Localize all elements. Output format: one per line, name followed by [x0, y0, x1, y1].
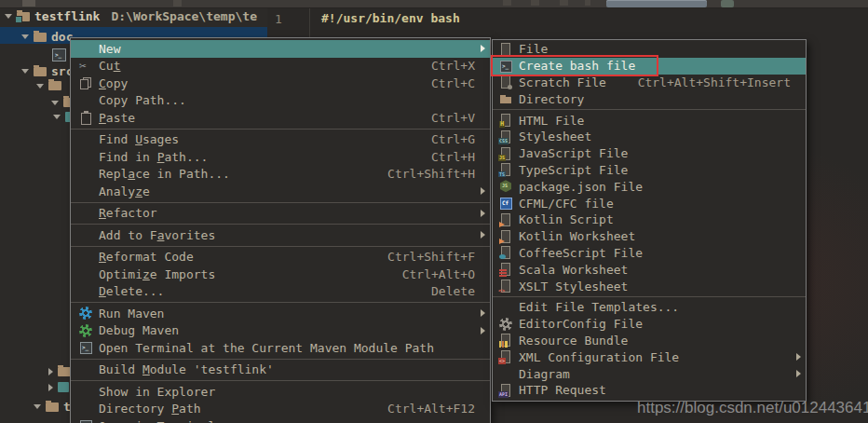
menu-separator	[71, 246, 490, 247]
menu-item-optimize-imports[interactable]: Optimize ImportsCtrl+Alt+O	[71, 266, 490, 283]
menu-item-stylesheet[interactable]: Stylesheet	[493, 129, 806, 145]
menu-item-resource-bundle[interactable]: Resource Bundle	[493, 333, 806, 349]
toolbar-button[interactable]	[585, 0, 590, 6]
gear-green-icon	[78, 323, 93, 338]
menu-separator	[493, 296, 806, 297]
menu-item-label: Find in Path...	[99, 150, 208, 164]
menu-item-debug-maven[interactable]: Debug Maven	[71, 322, 490, 340]
toolbar-button[interactable]	[503, 0, 511, 6]
menu-item-cfml-cfc-file[interactable]: CFML/CFC file	[493, 195, 806, 212]
menu-item-directory-path[interactable]: Directory PathCtrl+Alt+F12	[71, 401, 490, 418]
menu-item-label: Optimize Imports	[99, 267, 215, 281]
menu-separator	[71, 359, 490, 360]
new-submenu: FileCreate bash fileScratch FileCtrl+Alt…	[492, 39, 807, 402]
menu-item-editorconfig-file[interactable]: EditorConfig File	[493, 316, 806, 333]
menu-item-find-in-path[interactable]: Find in Path...Ctrl+H	[71, 148, 490, 166]
menu-item-analyze[interactable]: Analyze	[71, 183, 490, 200]
menu-item-kotlin-worksheet[interactable]: Kotlin Worksheet	[493, 228, 806, 245]
project-path: D:\WorkSpace\temp\te	[111, 9, 257, 23]
menu-item-delete[interactable]: Delete...Delete	[71, 283, 490, 301]
http-request-icon	[498, 383, 513, 398]
html-file-icon	[498, 113, 513, 128]
menu-item-file[interactable]: File	[493, 41, 806, 58]
menu-item-replace-in-path[interactable]: Replace in Path...Ctrl+Shift+H	[71, 166, 490, 184]
menu-item-kotlin-script[interactable]: Kotlin Script	[493, 212, 806, 228]
submenu-arrow-icon	[481, 327, 485, 334]
menu-separator	[71, 224, 490, 225]
no-icon	[78, 402, 93, 416]
menu-item-new[interactable]: New	[71, 40, 490, 58]
menu-item-edit-file-templates[interactable]: Edit File Templates...	[493, 299, 806, 316]
menu-item-label: Find Usages	[99, 132, 179, 146]
menu-item-scala-worksheet[interactable]: Scala Worksheet	[493, 261, 806, 278]
chevron-right-icon[interactable]	[48, 384, 53, 391]
menu-item-reformat-code[interactable]: Reformat CodeCtrl+Shift+F	[71, 249, 490, 266]
ts-file-icon	[498, 162, 513, 177]
menu-item-run-maven[interactable]: Run Maven	[71, 305, 490, 322]
toolbar-button[interactable]	[721, 0, 734, 7]
chevron-right-icon[interactable]	[48, 368, 53, 375]
chevron-down-icon[interactable]	[34, 404, 41, 409]
gear-blue-icon	[78, 306, 93, 321]
no-icon	[78, 184, 93, 198]
menu-item-package-json-file[interactable]: package.json File	[493, 178, 806, 195]
line-number: 1	[275, 12, 282, 26]
menu-item-label: Scratch File	[519, 75, 606, 89]
gear-gray-icon	[498, 317, 513, 332]
tree-item[interactable]: t	[34, 400, 71, 414]
chevron-down-icon[interactable]	[21, 34, 29, 39]
menu-item-show-in-explorer[interactable]: Show in Explorer	[71, 383, 490, 401]
menu-item-refactor[interactable]: Refactor	[71, 205, 490, 223]
menu-item-http-request[interactable]: HTTP Request	[493, 382, 806, 399]
menu-item-directory[interactable]: Directory	[493, 90, 806, 107]
menu-item-coffeescript-file[interactable]: CoffeeScript File	[493, 245, 806, 262]
menu-item-paste[interactable]: PasteCtrl+V	[71, 109, 490, 127]
menu-item-html-file[interactable]: HTML File	[493, 112, 806, 129]
tree-item-testflink[interactable]: testflink D:\WorkSpace\temp\te	[5, 9, 257, 23]
menu-item-open-terminal-at-the-current-maven-module-path[interactable]: Open Terminal at the Current Maven Modul…	[71, 339, 490, 357]
menu-item-typescript-file[interactable]: TypeScript File	[493, 162, 806, 179]
no-icon	[78, 227, 93, 242]
tree-item[interactable]	[36, 81, 61, 90]
chevron-down-icon[interactable]	[21, 69, 29, 74]
menu-item-xml-configuration-file[interactable]: XML Configuration File	[493, 348, 806, 365]
copy-icon	[78, 75, 93, 90]
menu-item-open-in-terminal[interactable]: Open in Terminal	[71, 417, 490, 423]
chevron-down-icon[interactable]	[51, 101, 59, 105]
menu-item-build-module-testflink[interactable]: Build Module 'testflink'	[71, 362, 490, 379]
menu-item-shortcut: Ctrl+G	[418, 132, 475, 146]
menu-item-create-bash-file[interactable]: Create bash file	[493, 58, 806, 75]
menu-item-find-usages[interactable]: Find UsagesCtrl+G	[71, 131, 490, 149]
chevron-down-icon[interactable]	[5, 14, 12, 19]
menu-item-label: Directory	[519, 92, 584, 106]
tree-item-doc[interactable]: doc	[21, 30, 73, 44]
toolbar-button[interactable]	[22, 0, 35, 7]
menu-item-scratch-file[interactable]: Scratch FileCtrl+Alt+Shift+Insert	[493, 75, 806, 91]
menu-item-add-to-favorites[interactable]: Add to Favorites	[71, 226, 490, 244]
menu-item-label: HTTP Request	[519, 383, 606, 397]
run-configuration-selector[interactable]	[606, 0, 707, 7]
menu-item-diagram[interactable]: Diagram	[493, 365, 806, 382]
menu-item-shortcut: Ctrl+V	[418, 111, 475, 125]
tree-item[interactable]	[48, 382, 69, 392]
tree-item-src[interactable]: src	[21, 64, 73, 78]
menu-item-label: package.json File	[519, 180, 643, 194]
submenu-arrow-icon	[481, 231, 485, 239]
toolbar-button[interactable]	[173, 0, 182, 7]
menu-item-label: Kotlin Script	[519, 212, 614, 226]
menu-item-javascript-file[interactable]: JavaScript File	[493, 145, 806, 162]
chevron-down-icon[interactable]	[36, 84, 44, 89]
menu-item-label: Resource Bundle	[519, 334, 628, 348]
tree-item[interactable]	[48, 367, 71, 376]
menu-item-copy-path[interactable]: Copy Path...	[71, 92, 490, 110]
menu-item-cut[interactable]: CutCtrl+X	[71, 58, 490, 75]
no-icon	[78, 93, 93, 108]
toolbar-button[interactable]	[560, 0, 568, 6]
menu-item-label: Scala Worksheet	[519, 263, 628, 277]
toolbar-button[interactable]	[531, 0, 539, 6]
menu-item-label: Kotlin Worksheet	[519, 229, 635, 243]
chevron-down-icon[interactable]	[53, 115, 61, 119]
menu-item-copy[interactable]: CopyCtrl+C	[71, 75, 490, 92]
menu-item-xslt-stylesheet[interactable]: XSLT Stylesheet	[493, 278, 806, 294]
menu-item-label: Paste	[99, 111, 135, 125]
